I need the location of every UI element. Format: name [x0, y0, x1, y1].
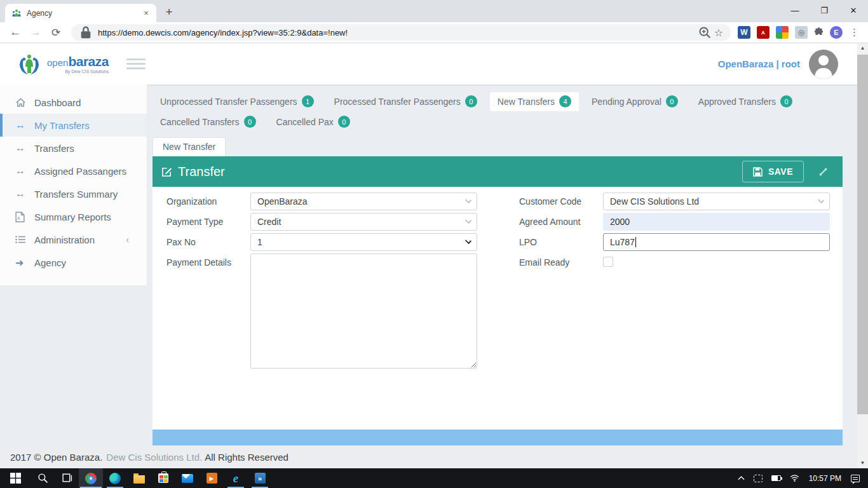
- screen: Agency × + — ❐ ✕ ← → ⟳ https://demo.dewc…: [0, 0, 868, 488]
- agreed-amount-input[interactable]: [603, 213, 830, 231]
- transfer-panel-header: Transfer SAVE: [153, 156, 843, 187]
- system-tray: 10:57 PM: [733, 468, 868, 488]
- sidebar-item-dashboard[interactable]: Dashboard: [0, 91, 147, 114]
- taskbar-internet-explorer-button[interactable]: e: [224, 468, 248, 488]
- email-ready-checkbox[interactable]: [603, 257, 613, 267]
- taskbar-remote-desktop-button[interactable]: »: [248, 468, 272, 488]
- sidebar-item-assigned-passangers[interactable]: ↔ Assigned Passangers: [0, 159, 147, 182]
- sidebar-item-transfers-summary[interactable]: ↔ Transfers Summary: [0, 182, 147, 205]
- chevron-down-icon: [818, 197, 824, 203]
- sidebar-item-my-transfers[interactable]: ↔ My Transfers: [0, 114, 147, 137]
- customer-code-select[interactable]: Dew CIS Solutions Ltd: [603, 193, 830, 210]
- footer-company-link[interactable]: Dew Cis Solutions Ltd.: [106, 452, 202, 463]
- edge-icon: [109, 473, 121, 484]
- payment-details-textarea[interactable]: [250, 254, 477, 369]
- taskbar-clock[interactable]: 10:57 PM: [809, 474, 841, 483]
- close-button[interactable]: ✕: [839, 0, 868, 20]
- tray-wifi-icon[interactable]: [790, 475, 799, 482]
- task-view-button[interactable]: [55, 468, 79, 488]
- browser-menu-icon[interactable]: ⋮: [850, 27, 859, 38]
- expand-icon[interactable]: [818, 166, 829, 177]
- tab-cancelled-pax[interactable]: Cancelled Pax 0: [269, 112, 358, 132]
- openbaraza-logo[interactable]: openbaraza By Dew CIS Solutions: [17, 51, 109, 77]
- address-bar[interactable]: https://demo.dewcis.com/agency/index.jsp…: [71, 24, 731, 41]
- url-text[interactable]: https://demo.dewcis.com/agency/index.jsp…: [98, 28, 698, 37]
- word-extension-icon[interactable]: W: [738, 26, 750, 39]
- sidebar-item-summary-reports[interactable]: A Summary Reports: [0, 205, 147, 228]
- taskbar-search-button[interactable]: [31, 468, 55, 488]
- search-icon: [37, 473, 48, 484]
- minimize-button[interactable]: —: [780, 0, 810, 20]
- chevron-left-icon[interactable]: ‹: [126, 234, 129, 245]
- taskbar-store-button[interactable]: [151, 468, 175, 488]
- tab-badge: 0: [244, 116, 256, 128]
- lpo-input[interactable]: [603, 233, 830, 251]
- tab-processed-transfer-passengers[interactable]: Processed Transfer Passengers 0: [327, 92, 485, 111]
- tab-badge: 0: [780, 95, 792, 107]
- scrollbar-thumb[interactable]: [857, 55, 868, 414]
- sidebar: Dashboard ↔ My Transfers ↔ Transfers ↔ A…: [0, 85, 147, 285]
- subtab-new-transfer[interactable]: New Transfer: [153, 137, 226, 156]
- reload-icon[interactable]: ⟳: [48, 24, 64, 41]
- taskbar-file-explorer-button[interactable]: [127, 468, 151, 488]
- tab-new-transfers[interactable]: New Transfers 4: [490, 92, 579, 111]
- browser-profile-avatar[interactable]: E: [830, 26, 843, 39]
- new-tab-button[interactable]: +: [160, 4, 178, 22]
- windows-logo-icon: [10, 473, 21, 484]
- bookmark-star-icon[interactable]: ☆: [712, 25, 726, 39]
- transfer-arrows-icon: ↔: [15, 188, 34, 200]
- start-button[interactable]: [0, 468, 31, 488]
- footer-copyright: 2017 © Open Baraza.: [10, 452, 102, 463]
- tab-pending-approval[interactable]: Pending Approval 0: [584, 92, 686, 111]
- payment-type-select[interactable]: Credit: [250, 213, 477, 231]
- restore-button[interactable]: ❐: [810, 0, 839, 20]
- logo-text-open: open: [47, 57, 68, 68]
- pax-no-select[interactable]: 1: [250, 233, 477, 251]
- sidebar-item-agency[interactable]: ➜ Agency: [0, 251, 147, 274]
- tab-title: Agency: [27, 9, 141, 18]
- sidebar-item-transfers[interactable]: ↔ Transfers: [0, 137, 147, 159]
- zoom-indicator-icon[interactable]: [698, 25, 712, 39]
- webpage: openbaraza By Dew CIS Solutions OpenBara…: [0, 43, 857, 468]
- logged-in-user[interactable]: OpenBaraza | root: [718, 58, 800, 69]
- tab-approved-transfers[interactable]: Approved Transfers 0: [691, 92, 800, 111]
- extensions-puzzle-icon[interactable]: [813, 27, 824, 38]
- taskbar-mail-button[interactable]: [175, 468, 200, 488]
- tab-badge: 4: [559, 95, 571, 107]
- back-icon[interactable]: ←: [7, 24, 24, 41]
- main-content: Unprocessed Transfer Passengers 1 Proces…: [153, 85, 843, 437]
- adobe-pdf-extension-icon[interactable]: ⋏: [757, 26, 770, 39]
- tray-tablet-mode-icon[interactable]: [754, 475, 763, 482]
- tab-badge: 1: [302, 95, 314, 107]
- chrome-icon: [85, 473, 97, 484]
- sidebar-item-administration[interactable]: Administration ‹: [0, 228, 147, 251]
- site-favicon-icon: [11, 8, 22, 18]
- logo-text-baraza: baraza: [68, 54, 109, 69]
- browser-tab[interactable]: Agency ×: [5, 4, 156, 22]
- organization-select[interactable]: OpenBaraza: [250, 193, 477, 210]
- tab-close-icon[interactable]: ×: [141, 8, 151, 18]
- tray-show-hidden-icons[interactable]: [738, 476, 745, 480]
- sidebar-item-label: Transfers Summary: [34, 189, 118, 200]
- page-scrollbar[interactable]: ▲ ▼: [857, 43, 868, 468]
- scroll-up-arrow[interactable]: ▲: [857, 43, 868, 53]
- taskbar-movies-button[interactable]: ▶: [200, 468, 224, 488]
- payment-type-label: Payment Type: [166, 213, 250, 231]
- tab-badge: 0: [338, 116, 350, 128]
- taskbar-chrome-button[interactable]: [79, 468, 103, 488]
- screen-capture-extension-icon[interactable]: ◎: [795, 26, 808, 39]
- action-center-icon[interactable]: [851, 475, 860, 482]
- taskbar-edge-button[interactable]: [103, 468, 127, 488]
- hamburger-menu-icon[interactable]: [126, 56, 146, 72]
- save-button[interactable]: SAVE: [742, 161, 804, 182]
- user-avatar[interactable]: [809, 50, 838, 79]
- tab-unprocessed-transfer-passengers[interactable]: Unprocessed Transfer Passengers 1: [153, 92, 322, 111]
- scroll-down-arrow[interactable]: ▼: [857, 458, 868, 468]
- remote-desktop-icon: »: [255, 473, 266, 484]
- tab-badge: 0: [666, 95, 678, 107]
- forward-icon[interactable]: →: [27, 24, 44, 41]
- transfer-arrows-icon: ↔: [15, 165, 34, 177]
- tab-cancelled-transfers[interactable]: Cancelled Transfers 0: [153, 112, 264, 132]
- palette-extension-icon[interactable]: [776, 26, 789, 39]
- tray-battery-icon[interactable]: [771, 475, 781, 481]
